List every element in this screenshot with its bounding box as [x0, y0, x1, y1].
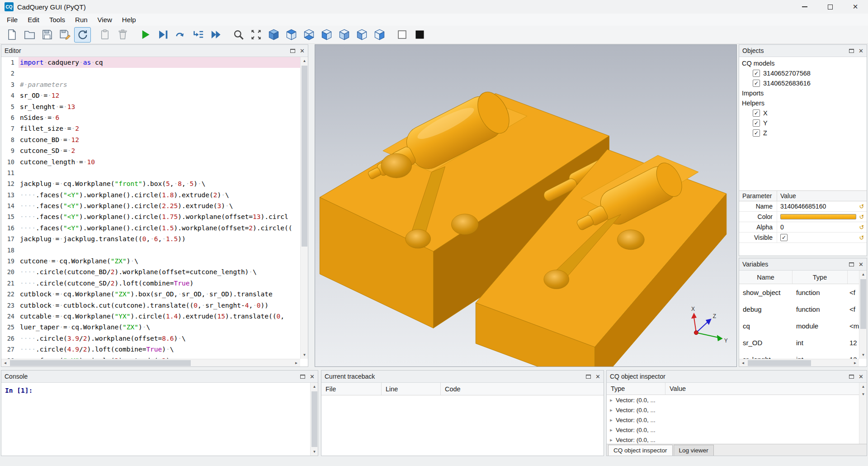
- checkbox[interactable]: ✓: [753, 80, 760, 87]
- float-panel-icon[interactable]: [849, 375, 854, 379]
- code-line[interactable]: 16····.faces("<Y").workplane().circle(1.…: [1, 223, 300, 233]
- view-bottom-button[interactable]: [301, 27, 317, 43]
- save-as-button[interactable]: [57, 27, 73, 43]
- expand-arrow-icon[interactable]: ▸: [607, 437, 616, 443]
- scrollbar-thumb[interactable]: [311, 391, 317, 447]
- code-line[interactable]: 22cutblock·=·cq.Workplane("ZX").box(sr_O…: [1, 289, 300, 300]
- clear-console-button[interactable]: [97, 27, 113, 43]
- code-line[interactable]: 23cutblock·=·cutblock.cut(cutcone).trans…: [1, 300, 300, 311]
- close-button[interactable]: ✕: [843, 0, 868, 14]
- scroll-left-icon[interactable]: ◄: [739, 359, 747, 367]
- scroll-right-icon[interactable]: ►: [292, 359, 300, 367]
- code-line[interactable]: 27····.circle(4.9/2).loft(combine=True)·…: [1, 344, 300, 355]
- code-line[interactable]: 2: [1, 68, 300, 79]
- variables-vertical-scrollbar[interactable]: ▲ ▼: [859, 271, 867, 359]
- fit-view-button[interactable]: [230, 27, 247, 43]
- scroll-up-icon[interactable]: ▲: [859, 271, 867, 278]
- console-body[interactable]: In [1]:: [1, 383, 310, 456]
- expand-arrow-icon[interactable]: ▸: [607, 397, 616, 403]
- code-line[interactable]: 25luer_taper·=·cq.Workplane("ZX")·\: [1, 322, 300, 333]
- scroll-right-icon[interactable]: ►: [851, 359, 859, 367]
- menu-tools[interactable]: Tools: [44, 16, 70, 24]
- checkbox[interactable]: ✓: [753, 70, 760, 77]
- scroll-down-icon[interactable]: ▼: [311, 448, 318, 456]
- code-line[interactable]: 12jackplug·=·cq.Workplane("front").box(5…: [1, 178, 300, 189]
- code-line[interactable]: 19cutcone·=·cq.Workplane("ZX")·\: [1, 256, 300, 266]
- view-left-button[interactable]: [354, 27, 370, 43]
- code-line[interactable]: 21····.circle(cutcone_SD/2).loft(combine…: [1, 278, 300, 289]
- checkbox[interactable]: ✓: [753, 119, 760, 127]
- inspector-row[interactable]: ▸Vector: (0.0, ...: [607, 435, 859, 444]
- code-line[interactable]: 6nSides·=·6: [1, 112, 300, 123]
- render-button[interactable]: [137, 27, 154, 43]
- continue-button[interactable]: [208, 27, 224, 43]
- color-swatch[interactable]: [780, 214, 856, 219]
- menu-file[interactable]: File: [2, 16, 23, 24]
- tree-item[interactable]: Helpers: [739, 98, 867, 108]
- code-line[interactable]: 4sr_OD·=·12: [1, 90, 300, 101]
- code-line[interactable]: 15····.faces("<Y").workplane().circle(1.…: [1, 211, 300, 222]
- code-line[interactable]: 9cutcone_SD·=·2: [1, 145, 300, 156]
- console-vertical-scrollbar[interactable]: ▲ ▼: [310, 383, 318, 456]
- menu-help[interactable]: Help: [117, 16, 141, 24]
- expand-arrow-icon[interactable]: ▸: [607, 417, 616, 423]
- reset-icon[interactable]: ↺: [857, 234, 867, 241]
- scroll-up-icon[interactable]: ▲: [301, 57, 308, 65]
- code-line[interactable]: 11: [1, 167, 300, 178]
- scrollbar-thumb[interactable]: [860, 279, 866, 329]
- float-panel-icon[interactable]: [300, 375, 305, 379]
- scroll-down-icon[interactable]: ▼: [859, 390, 867, 398]
- variable-row[interactable]: sr_ODint12: [739, 334, 859, 351]
- code-line[interactable]: 8cutcone_BD·=·12: [1, 134, 300, 145]
- variable-row[interactable]: show_objectfunction<f: [739, 284, 859, 301]
- view-right-button[interactable]: [371, 27, 388, 43]
- code-line[interactable]: 14····.faces("<Y").workplane().circle(2.…: [1, 200, 300, 211]
- open-button[interactable]: [21, 27, 38, 43]
- tree-item[interactable]: ✓Y: [739, 118, 867, 128]
- tree-item[interactable]: Imports: [739, 88, 867, 98]
- debug-button[interactable]: [155, 27, 171, 43]
- maximize-button[interactable]: [817, 0, 843, 14]
- autoreload-toggle[interactable]: [74, 27, 91, 43]
- save-button[interactable]: [39, 27, 56, 43]
- code-line[interactable]: 5sr_lenght·=·13: [1, 101, 300, 112]
- inspector-row[interactable]: ▸Vector: (0.0, ...: [607, 395, 859, 405]
- checkbox[interactable]: ✓: [780, 234, 788, 241]
- close-panel-icon[interactable]: ✕: [859, 374, 863, 380]
- tree-item[interactable]: ✓3140652707568: [739, 68, 867, 78]
- code-line[interactable]: 18: [1, 245, 300, 256]
- menu-run[interactable]: Run: [70, 16, 93, 24]
- editor-vertical-scrollbar[interactable]: ▲ ▼: [300, 57, 308, 359]
- tree-item[interactable]: CQ models: [739, 58, 867, 68]
- code-line[interactable]: 1import·cadquery·as·cq: [1, 57, 300, 68]
- new-button[interactable]: [4, 27, 20, 43]
- code-line[interactable]: 28····.faces("<Y").circle(3).extrude(-3): [1, 355, 300, 359]
- menu-view[interactable]: View: [93, 16, 117, 24]
- code-line[interactable]: 20····.circle(cutcone_BD/2).workplane(of…: [1, 266, 300, 277]
- close-panel-icon[interactable]: ✕: [859, 48, 863, 54]
- variables-horizontal-scrollbar[interactable]: ◄ ►: [739, 359, 859, 366]
- close-panel-icon[interactable]: ✕: [595, 374, 600, 380]
- scroll-down-icon[interactable]: ▼: [301, 351, 308, 359]
- editor-code[interactable]: 1import·cadquery·as·cq23#·parameters4sr_…: [1, 57, 300, 359]
- inspector-row[interactable]: ▸Vector: (0.0, ...: [607, 425, 859, 435]
- float-panel-icon[interactable]: [586, 375, 591, 379]
- shaded-button[interactable]: [411, 27, 428, 43]
- viewport-3d[interactable]: X Z Y: [315, 44, 737, 367]
- titlebar[interactable]: CQ CadQuery GUI (PyQT) ✕: [0, 0, 868, 14]
- scroll-up-icon[interactable]: ▲: [859, 383, 867, 390]
- view-top-button[interactable]: [283, 27, 300, 43]
- scrollbar-thumb[interactable]: [748, 360, 811, 366]
- variable-row[interactable]: cqmodule<m: [739, 318, 859, 334]
- inspector-vertical-scrollbar[interactable]: ▲ ▼: [859, 383, 867, 444]
- checkbox[interactable]: ✓: [753, 109, 760, 117]
- scrollbar-thumb[interactable]: [302, 66, 307, 247]
- view-front-button[interactable]: [318, 27, 335, 43]
- scroll-left-icon[interactable]: ◄: [1, 359, 9, 367]
- expand-arrow-icon[interactable]: ▸: [607, 427, 616, 433]
- fit-all-button[interactable]: [248, 27, 264, 43]
- minimize-button[interactable]: [792, 0, 817, 14]
- scroll-up-icon[interactable]: ▲: [311, 383, 318, 390]
- float-panel-icon[interactable]: [849, 262, 854, 266]
- checkbox[interactable]: ✓: [753, 129, 760, 137]
